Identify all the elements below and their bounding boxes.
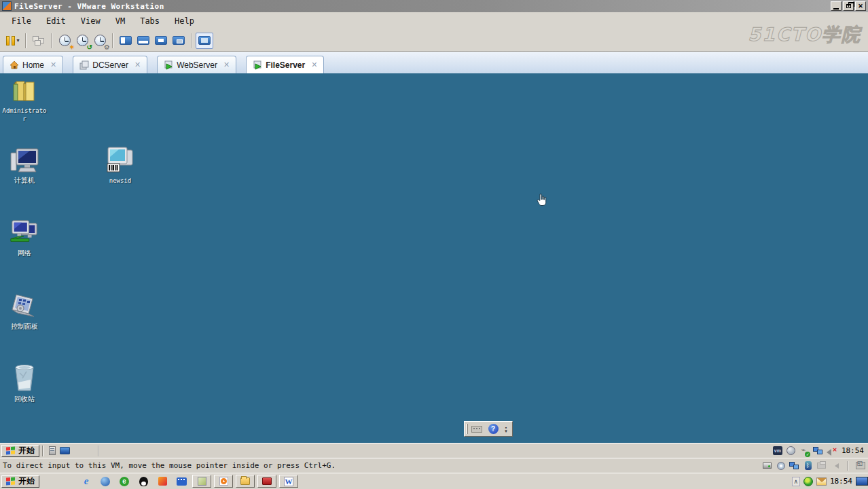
internet-explorer-icon[interactable]: e (79, 475, 94, 488)
sound-icon[interactable] (830, 461, 840, 470)
language-bar[interactable]: ? ▪▾ (464, 421, 513, 437)
word-task-button[interactable]: W (279, 475, 298, 488)
options-chevron-icon[interactable]: ▪▾ (502, 426, 510, 433)
language-bar-grip[interactable] (466, 424, 468, 434)
qq-icon[interactable] (136, 475, 151, 488)
vm-running-icon (164, 60, 173, 70)
ctrl-alt-del-icon[interactable] (30, 33, 48, 49)
vmware-workstation-window: FileServer - VMware Workstation ✕ File E… (0, 0, 868, 489)
tab-fileserver[interactable]: FileServer ✕ (246, 56, 324, 73)
hand-pointer-cursor (535, 193, 549, 206)
media-box-icon[interactable] (155, 475, 170, 488)
toolbox-task-button[interactable] (257, 475, 276, 488)
tab-label: Home (22, 60, 44, 70)
minimize-button[interactable] (831, 1, 842, 11)
fullscreen-view-icon[interactable] (152, 33, 170, 49)
desktop-icon-label: 网络 (0, 249, 49, 257)
window-title: FileServer - VMware Workstation (14, 2, 164, 11)
tab-close-icon[interactable]: ✕ (134, 60, 141, 69)
cd-dvd-icon[interactable] (776, 461, 786, 470)
volume-muted-icon[interactable] (827, 446, 837, 456)
vmware-app-icon (2, 1, 12, 11)
host-clock[interactable]: 18:54 (830, 477, 852, 486)
mail-guard-tray-icon[interactable] (816, 477, 827, 486)
revert-snapshot-icon[interactable]: ↺ (73, 33, 91, 49)
vm-start-button[interactable]: 开始 (1, 445, 39, 457)
host-start-label: 开始 (18, 475, 35, 487)
close-button[interactable]: ✕ (855, 1, 866, 11)
show-sidebar-view-icon[interactable] (117, 33, 134, 49)
host-start-button[interactable]: 开始 (1, 475, 39, 488)
green-browser-icon[interactable]: e (117, 475, 132, 488)
desktop-icon-computer[interactable]: 计算机 (0, 146, 49, 185)
hard-disk-icon[interactable] (762, 461, 772, 470)
device-status-icons: ᛒ (762, 461, 865, 471)
menu-tabs[interactable]: Tabs (132, 14, 167, 28)
tab-home[interactable]: Home ✕ (3, 56, 63, 73)
tab-dcserver[interactable]: DCServer ✕ (73, 56, 147, 73)
windows-flag-icon (6, 446, 16, 455)
printer-icon[interactable] (816, 461, 827, 470)
browser-globe-icon[interactable] (98, 475, 113, 488)
menu-edit[interactable]: Edit (39, 14, 73, 28)
safely-remove-hardware-icon[interactable] (799, 446, 810, 456)
toolbar-separator (51, 33, 52, 48)
network-tray-icon[interactable] (813, 446, 824, 456)
folder-task-button[interactable] (236, 475, 255, 488)
menu-vm[interactable]: VM (108, 14, 132, 28)
desktop-icon-administrator[interactable]: Administrator (0, 76, 49, 123)
server-manager-icon[interactable] (46, 446, 58, 456)
bluetooth-icon[interactable]: ᛒ (803, 461, 813, 470)
help-icon[interactable]: ? (486, 423, 501, 435)
tab-close-icon[interactable]: ✕ (311, 60, 317, 69)
suspend-power-icon[interactable]: ▾ (4, 33, 22, 49)
vm-start-label: 开始 (18, 445, 35, 456)
home-icon (10, 60, 19, 70)
tab-close-icon[interactable]: ✕ (223, 60, 230, 69)
desktop-icon-label: Administrator (1, 107, 48, 123)
console-view-icon[interactable] (196, 33, 213, 49)
scheduled-task-icon[interactable] (786, 446, 797, 456)
menu-file[interactable]: File (4, 14, 39, 28)
desktop-icon-label: newsid (96, 177, 145, 185)
tab-webserver[interactable]: WebServer ✕ (157, 56, 236, 73)
network-icon (10, 219, 39, 247)
display-tray-icon[interactable] (856, 477, 868, 486)
take-snapshot-icon[interactable]: ✶ (56, 33, 73, 49)
hide-icons-chevron[interactable]: ∧ (792, 477, 800, 486)
tab-bar: Home ✕ DCServer ✕ WebServer ✕ FileServer… (0, 52, 868, 73)
menu-help[interactable]: Help (167, 14, 202, 28)
desktop-icon-label: 计算机 (0, 177, 49, 185)
desktop-icon-newsid[interactable]: newsid (96, 146, 145, 185)
computer-icon (10, 146, 39, 175)
title-bar[interactable]: FileServer - VMware Workstation ✕ (0, 0, 868, 12)
notepad-task-button[interactable] (192, 475, 211, 488)
menu-view[interactable]: View (73, 14, 108, 28)
tab-close-icon[interactable]: ✕ (50, 60, 56, 69)
restore-button[interactable] (843, 1, 854, 11)
antivirus-tray-icon[interactable] (803, 477, 813, 486)
video-player-icon[interactable] (174, 475, 189, 488)
manage-snapshots-icon[interactable]: ⚙ (91, 33, 109, 49)
desktop-icon-network[interactable]: 网络 (0, 219, 49, 257)
toolbar-separator (25, 33, 26, 48)
tab-label: FileServer (266, 60, 305, 70)
exit-fullscreen-icon[interactable] (855, 461, 865, 470)
recycle-bin-icon (10, 365, 39, 393)
keyboard-icon[interactable] (469, 423, 484, 435)
vmware-tools-icon[interactable]: vm (772, 446, 783, 456)
vm-guest-screen[interactable]: Administrator 计算机 (0, 73, 868, 458)
vm-system-tray: vm 18:54 (772, 446, 867, 456)
status-message: To direct input to this VM, move the mou… (3, 461, 336, 470)
desktop-icon-control-panel[interactable]: 控制面板 (0, 292, 49, 331)
desktop-icon-recycle-bin[interactable]: 回收站 (0, 365, 49, 403)
show-thumbnail-view-icon[interactable] (134, 33, 152, 49)
show-desktop-icon[interactable] (58, 446, 71, 456)
newsid-app-icon (105, 146, 135, 175)
vm-clock[interactable]: 18:54 (842, 446, 864, 455)
windows-flag-icon (6, 477, 16, 486)
host-system-tray: ∧ 18:54 (792, 477, 867, 486)
office-o-task-button[interactable] (214, 475, 233, 488)
network-adapter-icon[interactable] (789, 461, 799, 470)
unity-view-icon[interactable] (170, 33, 187, 49)
